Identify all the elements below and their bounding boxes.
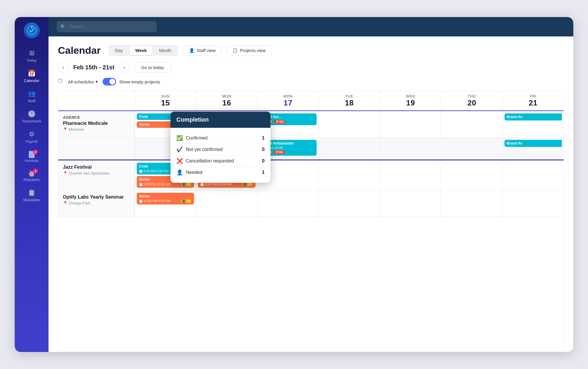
svg-line-4 (31, 26, 31, 27)
sidebar-item-invoices[interactable]: 📄 2 Invoices (15, 148, 49, 166)
header-day-15: SUN 15 (135, 91, 196, 110)
sidebar-item-mandates[interactable]: 📋 Mandates (15, 186, 49, 205)
partial-brand-21b[interactable]: Brand An (505, 140, 562, 147)
days-header: SUN 15 MON 16 MON 17 TUE 18 (58, 91, 564, 111)
app-logo (24, 22, 40, 38)
calendar-body: AGENCE Pharmacie Medicale 📍 Montreal Coo… (58, 111, 564, 352)
jazz-server-time-row: ⬤ 3:00 PM-12:00 AM 👤 1/2 (139, 182, 192, 186)
content: Calendar Day Week Month 👤 Staff view 📋 P… (49, 36, 573, 352)
empty-projects-toggle: Show empty projects (103, 78, 160, 85)
cell-jazz-19 (380, 160, 441, 190)
header-day-18: TUE 18 (318, 91, 380, 110)
timesheets-icon: 🕐 (28, 110, 36, 118)
needed-icon: 👤 (176, 169, 183, 176)
cancelled-icon: ❌ (176, 158, 183, 164)
optify-server-label: Server (139, 194, 192, 198)
tab-week[interactable]: Week (129, 46, 153, 55)
go-today-button[interactable]: Go to today (134, 62, 171, 73)
calendar-icon: 📅 (28, 70, 36, 77)
search-input[interactable] (57, 21, 157, 32)
calendar-grid: SUN 15 MON 16 MON 17 TUE 18 (58, 91, 564, 352)
projects-view-button[interactable]: 📋 Projects view (227, 45, 271, 56)
cell-optify-18 (318, 190, 380, 217)
staff-icon: 👥 (28, 90, 36, 98)
cell-optify-15: Server ⬤ 12:00 PM-9:00 PM 👤 1/2 (135, 190, 196, 217)
app-container: ⊞ Today 📅 Calendar 👥 Staff 🕐 Timesheets … (15, 17, 573, 352)
header-day-16: MON 16 (196, 91, 257, 110)
cancelled-label: Cancellation requested (186, 158, 234, 164)
jazz-server-time: ⬤ 3:00 PM-12:00 AM (139, 182, 170, 186)
requests-badge: 1 (33, 169, 38, 173)
cell-optify-17 (257, 190, 318, 217)
current-date: Feb 15th - 21st (73, 64, 114, 71)
cell-pharmacie-21: Brand An (502, 111, 564, 137)
table-row: Optify Labs Yearly Seminar 📍 Omega Park … (58, 190, 564, 217)
optify-pin-icon: 📍 (63, 201, 68, 205)
popup-row-pending: ✔️ Not yet confirmed 0 (176, 144, 265, 155)
needed-label: Needed (186, 170, 202, 175)
optify-server-staff: 👤 1/2 (181, 199, 192, 203)
popup-row-cancelled: ❌ Cancellation requested 0 (176, 155, 265, 167)
next-button[interactable]: › (119, 62, 130, 73)
cell-jazz-21 (502, 160, 564, 190)
tab-day[interactable]: Day (109, 46, 129, 55)
jazz-server-staff: 👤 1/2 (181, 182, 192, 186)
header-day-19: WED 19 (380, 91, 441, 110)
search-wrap: 🔍 (57, 21, 157, 32)
popup-body: ✅ Confirmed 1 ✔️ Not yet confirmed 0 ❌ C… (171, 128, 270, 183)
mandates-icon: 📋 (28, 189, 36, 197)
cell-pharmacie-19 (380, 111, 441, 137)
sidebar-item-today[interactable]: ⊞ Today (15, 46, 49, 66)
requests-badge-wrap: ⏰ 1 (28, 170, 36, 177)
pending-label: Not yet confirmed (186, 147, 223, 152)
optify-server-time: ⬤ 12:00 PM-9:00 PM (139, 199, 171, 203)
toggle-switch[interactable] (103, 78, 116, 85)
cell-pharmacie-20 (441, 111, 502, 137)
popup-row-needed: 👤 Needed 1 (176, 167, 265, 178)
cell-optify-20 (441, 190, 502, 217)
cell-pharmacie-18 (318, 111, 380, 137)
sidebar-item-timesheets[interactable]: 🕐 Timesheets (15, 107, 49, 126)
prev-button[interactable]: ‹ (58, 62, 69, 73)
schedules-filter[interactable]: All schedules ▾ (68, 79, 98, 84)
today-icon: ⊞ (29, 49, 34, 57)
filter-row: ⛉ All schedules ▾ Show empty projects (58, 78, 564, 85)
optify-server-time-row: ⬤ 12:00 PM-9:00 PM 👤 1/2 (139, 199, 192, 203)
svg-line-3 (32, 26, 33, 27)
search-icon: 🔍 (60, 24, 66, 30)
pending-count: 0 (262, 147, 265, 152)
invoices-badge-wrap: 📄 2 (28, 151, 36, 158)
cell-brand-18 (318, 137, 380, 159)
needed-count: 1 (262, 170, 265, 175)
cell-brand-20 (441, 137, 502, 159)
partial-brand-21[interactable]: Brand An (505, 113, 562, 120)
sidebar-item-staff[interactable]: 👥 Staff (15, 87, 49, 106)
invoices-badge: 2 (33, 150, 38, 154)
staff-view-button[interactable]: 👤 Staff view (183, 45, 221, 56)
main-area: 🔍 Calendar Day Week Month 👤 Staff view (49, 17, 573, 352)
cancelled-count: 0 (262, 158, 265, 164)
toggle-thumb (109, 79, 115, 85)
jazz-title: Jazz Festival (63, 165, 130, 170)
popup-row-left-needed: 👤 Needed (176, 169, 202, 176)
table-row: Brand Ambassador 9:00 AM-10:00 👤 4/4 ⏱ 0… (58, 137, 564, 160)
cell-brand-21: Brand An (502, 137, 564, 159)
tab-month[interactable]: Month (153, 46, 177, 55)
optify-location: 📍 Omega Park (63, 201, 130, 205)
projects-view-icon: 📋 (232, 48, 238, 53)
jazz-location: 📍 Quartier des Spectacles (63, 171, 130, 175)
cell-optify-19 (380, 190, 441, 217)
dropdown-chevron-icon: ▾ (96, 79, 98, 84)
page-title: Calendar (58, 45, 101, 56)
optify-title: Optify Labs Yearly Seminar (63, 194, 130, 200)
calendar-header: Calendar Day Week Month 👤 Staff view 📋 P… (58, 45, 564, 56)
sidebar-item-calendar[interactable]: 📅 Calendar (15, 67, 49, 86)
sidebar-item-payroll[interactable]: ⚙ Payroll (15, 128, 49, 147)
prev-icon: ‹ (62, 64, 64, 71)
optify-server-15[interactable]: Server ⬤ 12:00 PM-9:00 PM 👤 1/2 (137, 193, 194, 204)
cell-brand-19 (380, 137, 441, 159)
sidebar-item-requests[interactable]: ⏰ 1 Requests (15, 167, 49, 185)
row-header-optify: Optify Labs Yearly Seminar 📍 Omega Park (58, 190, 135, 217)
row-header-brand (58, 137, 135, 159)
row-agency: AGENCE (63, 115, 130, 120)
